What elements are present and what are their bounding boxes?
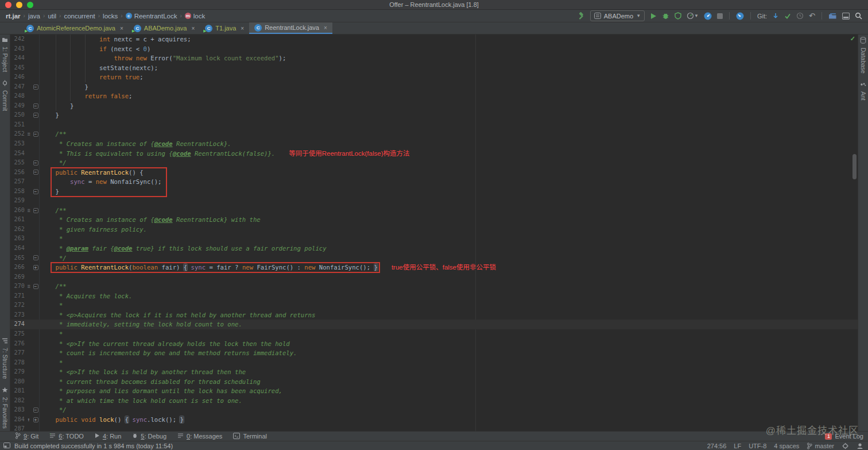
gutter[interactable]: 287 xyxy=(10,424,39,431)
breadcrumb-item[interactable]: mlock xyxy=(185,13,205,20)
code-line-277[interactable]: 277 * count is incremented by one and th… xyxy=(10,348,858,358)
history-button[interactable] xyxy=(796,11,804,21)
gutter[interactable]: 251 xyxy=(10,120,39,130)
gutter[interactable]: 266+ xyxy=(10,263,39,272)
breadcrumb-item[interactable]: cReentrantLock xyxy=(126,13,177,20)
tool-window-button-0: Messages[interactable]: 0: Messages xyxy=(177,433,222,440)
fold-icon[interactable]: − xyxy=(33,284,38,289)
render-doc-icon[interactable]: ≣ xyxy=(25,282,32,291)
tab-T1.java[interactable]: C▶T1.java× xyxy=(200,22,249,34)
gutter[interactable]: 269 xyxy=(10,272,39,282)
fold-icon[interactable]: − xyxy=(33,160,38,166)
gutter[interactable]: 256− xyxy=(10,168,39,178)
breadcrumb-item[interactable]: util xyxy=(48,13,56,20)
close-icon[interactable]: × xyxy=(324,25,327,31)
event-log-button[interactable]: 1 Event Log xyxy=(825,433,863,440)
code-line-263[interactable]: 263 * xyxy=(10,234,858,244)
fold-icon[interactable]: − xyxy=(33,84,38,90)
code-line-251[interactable]: 251 xyxy=(10,120,858,130)
code-line-249[interactable]: 249− } xyxy=(10,101,858,111)
gutter[interactable]: 252≣− xyxy=(10,129,39,139)
tool-window-button-Commit[interactable]: Commit xyxy=(2,80,9,111)
gutter[interactable]: 243 xyxy=(10,44,39,54)
code-line-274[interactable]: 274 * immediately, setting the lock hold… xyxy=(10,320,858,329)
code-line-269[interactable]: 269 xyxy=(10,272,858,282)
code-line-258[interactable]: 258− } xyxy=(10,187,858,197)
profiler-button[interactable]: ▼ xyxy=(687,11,699,21)
gutter[interactable]: 261 xyxy=(10,215,39,225)
code-line-252[interactable]: 252≣− /** xyxy=(10,129,858,139)
code-line-272[interactable]: 272 * xyxy=(10,301,858,310)
code-line-257[interactable]: 257 sync = new NonfairSync(); xyxy=(10,177,858,187)
gradle-sync-icon[interactable] xyxy=(842,443,849,449)
tool-window-button-9: Git[interactable]: 9: Git xyxy=(15,432,38,440)
run-configuration-select[interactable]: ABADemo ▼ xyxy=(590,10,645,21)
close-icon[interactable]: × xyxy=(120,25,123,32)
file-encoding[interactable]: UTF-8 xyxy=(749,443,766,449)
code-line-259[interactable]: 259 xyxy=(10,196,858,206)
fold-icon[interactable]: − xyxy=(33,170,38,175)
code-line-244[interactable]: 244 throw new Error("Maximum lock count … xyxy=(10,53,858,63)
gutter[interactable]: 279 xyxy=(10,367,39,377)
gutter[interactable]: 272 xyxy=(10,301,39,310)
code-line-242[interactable]: 242 int nextc = c + acquires; xyxy=(10,34,858,44)
coverage-button[interactable] xyxy=(675,11,681,21)
code-line-247[interactable]: 247− } xyxy=(10,82,858,92)
code-line-271[interactable]: 271 * Acquires the lock. xyxy=(10,291,858,301)
breadcrumb-item[interactable]: rt.jar xyxy=(6,13,21,20)
tool-window-switcher-icon[interactable] xyxy=(3,443,10,449)
gutter[interactable]: 270≣− xyxy=(10,282,39,291)
tool-window-button-7: Structure[interactable]: 7: Structure xyxy=(2,338,9,379)
gutter[interactable]: 260≣− xyxy=(10,206,39,216)
gutter[interactable]: 278 xyxy=(10,358,39,368)
code-line-273[interactable]: 273 * <p>Acquires the lock if it is not … xyxy=(10,310,858,320)
tool-window-button-Ant[interactable]: Ant xyxy=(860,82,867,101)
gutter[interactable]: 254 xyxy=(10,149,39,159)
gutter[interactable]: 263 xyxy=(10,234,39,244)
tool-window-button-Terminal[interactable]: Terminal xyxy=(233,433,267,440)
code-line-282[interactable]: 282 * at which time the lock hold count … xyxy=(10,396,858,406)
profiler-status-icon[interactable] xyxy=(736,11,744,21)
restore-layout-button[interactable] xyxy=(842,11,850,21)
search-everywhere-button[interactable] xyxy=(855,11,862,21)
unfold-icon[interactable]: + xyxy=(33,417,38,422)
inspections-profile-icon[interactable] xyxy=(857,443,863,449)
overrides-icon[interactable]: ↑ xyxy=(25,415,32,425)
profiler-gauge-icon[interactable] xyxy=(704,11,712,21)
code-line-245[interactable]: 245 setState(nextc); xyxy=(10,63,858,73)
gutter[interactable]: 255− xyxy=(10,158,39,168)
code-line-254[interactable]: 254 * This is equivalent to using {@code… xyxy=(10,149,858,159)
code-line-250[interactable]: 250− } xyxy=(10,110,858,120)
build-hammer-icon[interactable] xyxy=(577,11,585,21)
tool-window-button-5: Debug[interactable]: 5: Debug xyxy=(132,433,166,440)
debug-button[interactable] xyxy=(662,11,669,21)
unfold-icon[interactable]: + xyxy=(33,265,38,270)
code-line-270[interactable]: 270≣− /** xyxy=(10,282,858,291)
gutter[interactable]: 248 xyxy=(10,91,39,101)
code-line-261[interactable]: 261 * Creates an instance of {@code Reen… xyxy=(10,215,858,225)
code-line-262[interactable]: 262 * given fairness policy. xyxy=(10,225,858,234)
tab-ReentrantLock.java[interactable]: CReentrantLock.java× xyxy=(249,22,332,34)
breadcrumb-item[interactable]: concurrent xyxy=(64,13,95,20)
breadcrumb-item[interactable]: locks xyxy=(103,13,118,20)
gutter[interactable]: 276 xyxy=(10,339,39,349)
git-branch-widget[interactable]: master xyxy=(807,443,834,449)
gutter[interactable]: 264 xyxy=(10,244,39,253)
gutter[interactable]: 280 xyxy=(10,377,39,387)
gutter[interactable]: 284↑+ xyxy=(10,415,39,425)
gutter[interactable]: 271 xyxy=(10,291,39,301)
tool-window-button-Database[interactable]: Database xyxy=(860,37,867,74)
run-button[interactable] xyxy=(650,11,657,21)
code-line-287[interactable]: 287 xyxy=(10,424,858,431)
code-line-283[interactable]: 283− */ xyxy=(10,405,858,415)
gutter[interactable]: 259 xyxy=(10,196,39,206)
stop-button[interactable] xyxy=(717,11,723,21)
fold-icon[interactable]: − xyxy=(33,208,38,213)
code-line-276[interactable]: 276 * <p>If the current thread already h… xyxy=(10,339,858,349)
render-doc-icon[interactable]: ≣ xyxy=(25,206,32,216)
tool-window-button-2: Favorites[interactable]: 2: Favorites xyxy=(2,387,9,429)
gutter[interactable]: 257 xyxy=(10,177,39,187)
caret-position[interactable]: 274:56 xyxy=(707,443,727,449)
fold-icon[interactable]: − xyxy=(33,407,38,413)
gutter[interactable]: 250− xyxy=(10,110,39,120)
